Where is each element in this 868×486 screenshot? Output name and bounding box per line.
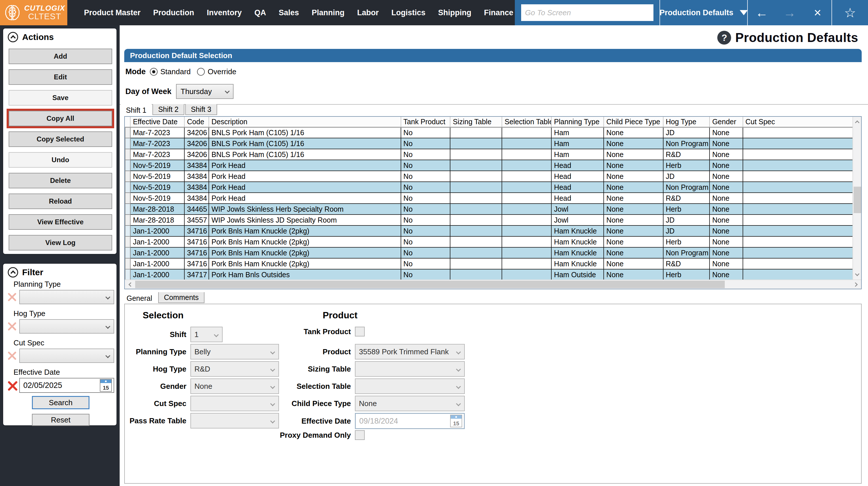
- edit-button[interactable]: Edit: [9, 69, 112, 85]
- grid-cell[interactable]: [502, 258, 551, 269]
- grid-cell[interactable]: No: [401, 171, 451, 182]
- grid-cell[interactable]: Ham Knuckle: [551, 236, 604, 247]
- grid-cell[interactable]: [450, 160, 502, 171]
- view-log-button[interactable]: View Log: [9, 235, 112, 250]
- grid-cell[interactable]: None: [604, 225, 663, 236]
- grid-cell[interactable]: JD: [663, 215, 710, 225]
- grid-cell[interactable]: WIP Jowls Skinless JD Specialty Room: [209, 215, 401, 225]
- grid-cell[interactable]: [502, 204, 551, 215]
- scroll-down-icon[interactable]: [853, 270, 861, 279]
- grid-cell[interactable]: [502, 171, 551, 182]
- row-selector-cell[interactable]: [125, 215, 130, 225]
- grid-cell[interactable]: None: [710, 182, 743, 193]
- menu-item-inventory[interactable]: Inventory: [200, 8, 248, 17]
- grid-cell[interactable]: None: [604, 215, 663, 225]
- grid-cell[interactable]: [450, 247, 502, 258]
- row-selector-cell[interactable]: [125, 193, 130, 204]
- grid-cell[interactable]: None: [604, 127, 663, 138]
- row-selector-cell[interactable]: [125, 171, 130, 182]
- column-header-hog-type[interactable]: Hog Type: [663, 117, 710, 127]
- grid-cell[interactable]: [743, 149, 852, 160]
- grid-cell[interactable]: [502, 182, 551, 193]
- grid-cell[interactable]: Ham Knuckle: [551, 247, 604, 258]
- grid-cell[interactable]: [450, 171, 502, 182]
- grid-cell[interactable]: [450, 215, 502, 225]
- grid-cell[interactable]: No: [401, 204, 451, 215]
- back-icon[interactable]: ←: [748, 0, 776, 25]
- row-selector-cell[interactable]: [125, 236, 130, 247]
- grid-cell[interactable]: Non Program: [663, 247, 710, 258]
- tab-general[interactable]: General: [121, 292, 157, 304]
- column-header-selection-table[interactable]: Selection Table: [502, 117, 551, 127]
- grid-cell[interactable]: Jan-1-2000: [130, 258, 184, 269]
- grid-cell[interactable]: [743, 138, 852, 149]
- table-row[interactable]: Mar-28-201834465WIP Jowls Skinless Herb …: [125, 204, 852, 215]
- grid-cell[interactable]: None: [604, 171, 663, 182]
- grid-cell[interactable]: [450, 269, 502, 279]
- grid-cell[interactable]: BNLS Pork Ham (C105) 1/16: [209, 127, 401, 138]
- grid-cell[interactable]: Herb: [663, 236, 710, 247]
- sizing-table-select[interactable]: [355, 361, 465, 377]
- selection-table-select[interactable]: [355, 378, 465, 394]
- grid-cell[interactable]: [743, 247, 852, 258]
- scroll-up-icon[interactable]: [853, 117, 861, 126]
- mode-option-override[interactable]: Override: [197, 67, 237, 76]
- grid-cell[interactable]: [743, 258, 852, 269]
- grid-cell[interactable]: 34717: [184, 269, 209, 279]
- grid-cell[interactable]: Jan-1-2000: [130, 225, 184, 236]
- vertical-scroll-thumb[interactable]: [854, 187, 861, 213]
- grid-cell[interactable]: Herb: [663, 160, 710, 171]
- grid-cell[interactable]: R&D: [663, 258, 710, 269]
- column-header-gender[interactable]: Gender: [710, 117, 743, 127]
- shift-select[interactable]: 1: [190, 327, 223, 342]
- tab-shift-2[interactable]: Shift 2: [152, 104, 184, 115]
- grid-cell[interactable]: None: [710, 160, 743, 171]
- grid-cell[interactable]: No: [401, 258, 451, 269]
- grid-cell[interactable]: [450, 225, 502, 236]
- grid-cell[interactable]: Ham Outside: [551, 269, 604, 279]
- grid-cell[interactable]: None: [604, 236, 663, 247]
- grid-cell[interactable]: None: [710, 269, 743, 279]
- grid-cell[interactable]: No: [401, 269, 451, 279]
- grid-cell[interactable]: No: [401, 225, 451, 236]
- grid-cell[interactable]: Nov-5-2019: [130, 182, 184, 193]
- grid-cell[interactable]: [743, 182, 852, 193]
- column-header-child-piece-type[interactable]: Child Piece Type: [604, 117, 663, 127]
- save-button[interactable]: Save: [9, 90, 112, 105]
- menu-item-shipping[interactable]: Shipping: [432, 8, 477, 17]
- grid-cell[interactable]: No: [401, 160, 451, 171]
- grid-cell[interactable]: JD: [663, 127, 710, 138]
- grid-cell[interactable]: None: [710, 204, 743, 215]
- copy-selected-button[interactable]: Copy Selected: [9, 131, 112, 147]
- grid-cell[interactable]: [743, 193, 852, 204]
- grid-cell[interactable]: Herb: [663, 204, 710, 215]
- column-header-cut-spec[interactable]: Cut Spec: [743, 117, 852, 127]
- delete-button[interactable]: Delete: [9, 173, 112, 188]
- filter-effective-date-input[interactable]: 02/05/202515: [19, 378, 114, 393]
- grid-cell[interactable]: 34206: [184, 149, 209, 160]
- grid-cell[interactable]: None: [604, 193, 663, 204]
- filter-cut-spec-select[interactable]: [19, 348, 114, 363]
- grid-cell[interactable]: Pork Bnls Ham Knuckle (2pkg): [209, 225, 401, 236]
- grid-cell[interactable]: [450, 204, 502, 215]
- grid-cell[interactable]: [502, 160, 551, 171]
- grid-cell[interactable]: Ham: [551, 149, 604, 160]
- scroll-right-icon[interactable]: [851, 280, 861, 289]
- grid-cell[interactable]: Non Program: [663, 138, 710, 149]
- grid-cell[interactable]: [743, 215, 852, 225]
- grid-cell[interactable]: None: [710, 236, 743, 247]
- horizontal-scroll-thumb[interactable]: [135, 281, 725, 288]
- grid-cell[interactable]: Pork Head: [209, 182, 401, 193]
- grid-cell[interactable]: None: [604, 269, 663, 279]
- grid-cell[interactable]: Ham Knuckle: [551, 225, 604, 236]
- grid-cell[interactable]: Head: [551, 160, 604, 171]
- grid-cell[interactable]: No: [401, 215, 451, 225]
- grid-cell[interactable]: None: [710, 225, 743, 236]
- clear-date-icon[interactable]: [7, 381, 17, 390]
- table-row[interactable]: Nov-5-201934384Pork HeadNoHeadNoneR&DNon…: [125, 193, 852, 204]
- search-button[interactable]: Search: [32, 396, 89, 409]
- grid-cell[interactable]: No: [401, 193, 451, 204]
- grid-cell[interactable]: None: [710, 127, 743, 138]
- grid-cell[interactable]: None: [710, 258, 743, 269]
- table-row[interactable]: Mar-28-201834557WIP Jowls Skinless JD Sp…: [125, 215, 852, 225]
